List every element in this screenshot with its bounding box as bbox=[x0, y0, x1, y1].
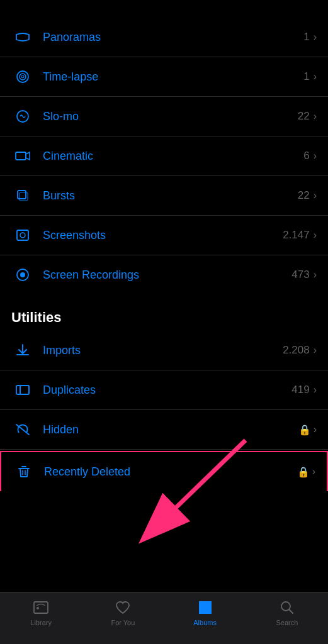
tab-foryou[interactable]: For You bbox=[98, 599, 148, 626]
item-count-imports: 2.208 bbox=[283, 344, 310, 357]
media-item-bursts[interactable]: Bursts 22 › bbox=[0, 176, 328, 216]
bursts-icon bbox=[11, 184, 34, 207]
header bbox=[0, 0, 328, 18]
utility-item-hidden[interactable]: Hidden 🔒 › bbox=[0, 410, 328, 450]
chevron-icon-hidden: › bbox=[314, 424, 317, 435]
svg-rect-20 bbox=[206, 608, 212, 614]
svg-point-2 bbox=[21, 75, 24, 78]
media-item-screenshots[interactable]: Screenshots 2.147 › bbox=[0, 216, 328, 255]
library-tab-icon bbox=[32, 599, 50, 616]
item-count-bursts: 22 bbox=[298, 189, 310, 202]
search-tab-label: Search bbox=[276, 619, 298, 626]
utilities-list: Imports 2.208 › Duplicates 419 › Hidden … bbox=[0, 331, 328, 491]
screenrecordings-icon bbox=[11, 264, 34, 286]
panorama-icon bbox=[11, 26, 34, 48]
cinematic-icon bbox=[11, 145, 34, 167]
svg-rect-4 bbox=[16, 152, 26, 160]
chevron-icon-bursts: › bbox=[314, 190, 317, 201]
item-count-duplicates: 419 bbox=[291, 384, 309, 396]
duplicates-icon bbox=[11, 379, 34, 401]
hidden-icon bbox=[11, 418, 34, 441]
item-count-screenshots: 2.147 bbox=[283, 229, 310, 242]
item-label-duplicates: Duplicates bbox=[43, 384, 291, 397]
svg-rect-19 bbox=[199, 608, 205, 614]
library-tab-label: Library bbox=[30, 619, 52, 626]
tab-albums[interactable]: Albums bbox=[180, 599, 230, 626]
svg-rect-14 bbox=[34, 602, 48, 613]
svg-point-15 bbox=[37, 607, 39, 609]
chevron-icon-cinematic: › bbox=[314, 150, 317, 162]
item-label-timelapse: Time-lapse bbox=[43, 70, 303, 84]
svg-point-0 bbox=[17, 71, 28, 82]
item-count-panoramas: 1 bbox=[303, 31, 309, 43]
svg-rect-17 bbox=[199, 601, 205, 607]
item-count-timelapse: 1 bbox=[303, 70, 309, 83]
foryou-tab-label: For You bbox=[111, 619, 135, 626]
utility-item-duplicates[interactable]: Duplicates 419 › bbox=[0, 370, 328, 410]
foryou-tab-icon bbox=[114, 599, 132, 616]
chevron-icon-screenshots: › bbox=[314, 230, 317, 241]
lock-icon-recentlydeleted: 🔒 bbox=[297, 466, 310, 478]
media-item-screenrecordings[interactable]: Screen Recordings 473 › bbox=[0, 255, 328, 294]
svg-rect-12 bbox=[20, 386, 29, 394]
media-item-panoramas[interactable]: Panoramas 1 › bbox=[0, 18, 328, 57]
chevron-icon-timelapse: › bbox=[314, 71, 317, 82]
utility-item-recentlydeleted[interactable]: Recently Deleted 🔒 › bbox=[0, 451, 328, 491]
recentlydeleted-icon bbox=[13, 460, 35, 483]
item-label-recentlydeleted: Recently Deleted bbox=[44, 465, 297, 479]
chevron-icon-screenrecordings: › bbox=[314, 269, 317, 280]
screenshots-icon bbox=[11, 224, 34, 247]
slomo-icon bbox=[11, 105, 34, 128]
utilities-section-header: Utilities bbox=[0, 294, 328, 331]
chevron-icon-slomo: › bbox=[314, 111, 317, 122]
item-count-cinematic: 6 bbox=[303, 150, 309, 162]
item-count-slomo: 22 bbox=[298, 110, 310, 123]
item-label-panoramas: Panoramas bbox=[43, 31, 303, 44]
item-label-cinematic: Cinematic bbox=[43, 150, 303, 163]
media-types-list: Panoramas 1 › Time-lapse 1 › Slo-mo 22 ›… bbox=[0, 18, 328, 294]
chevron-icon-panoramas: › bbox=[314, 31, 317, 43]
item-count-screenrecordings: 473 bbox=[291, 269, 309, 281]
utilities-title: Utilities bbox=[11, 309, 61, 325]
item-label-slomo: Slo-mo bbox=[43, 110, 298, 123]
albums-tab-icon bbox=[196, 599, 214, 616]
item-label-hidden: Hidden bbox=[43, 423, 298, 436]
content-area: Panoramas 1 › Time-lapse 1 › Slo-mo 22 ›… bbox=[0, 18, 328, 549]
chevron-icon-recentlydeleted: › bbox=[312, 466, 315, 477]
svg-rect-7 bbox=[17, 230, 28, 240]
item-label-bursts: Bursts bbox=[43, 189, 298, 203]
svg-rect-18 bbox=[206, 601, 212, 607]
chevron-icon-imports: › bbox=[314, 345, 317, 356]
tab-search[interactable]: Search bbox=[262, 599, 312, 626]
timelapse-icon bbox=[11, 65, 34, 88]
svg-rect-6 bbox=[20, 192, 28, 201]
item-label-screenrecordings: Screen Recordings bbox=[43, 269, 291, 282]
item-label-screenshots: Screenshots bbox=[43, 229, 283, 242]
media-item-cinematic[interactable]: Cinematic 6 › bbox=[0, 136, 328, 176]
utility-item-imports[interactable]: Imports 2.208 › bbox=[0, 331, 328, 370]
svg-point-8 bbox=[20, 233, 25, 238]
media-item-timelapse[interactable]: Time-lapse 1 › bbox=[0, 57, 328, 97]
chevron-icon-duplicates: › bbox=[314, 384, 317, 396]
media-item-slomo[interactable]: Slo-mo 22 › bbox=[0, 97, 328, 136]
lock-icon-hidden: 🔒 bbox=[298, 424, 311, 436]
imports-icon bbox=[11, 339, 34, 362]
search-tab-icon bbox=[278, 599, 296, 616]
item-label-imports: Imports bbox=[43, 344, 283, 357]
tab-bar: Library For You Albums Search bbox=[0, 592, 328, 644]
svg-point-1 bbox=[20, 74, 26, 80]
albums-tab-label: Albums bbox=[193, 619, 217, 626]
svg-rect-5 bbox=[18, 191, 26, 199]
tab-library[interactable]: Library bbox=[16, 599, 66, 626]
svg-point-10 bbox=[20, 272, 25, 277]
